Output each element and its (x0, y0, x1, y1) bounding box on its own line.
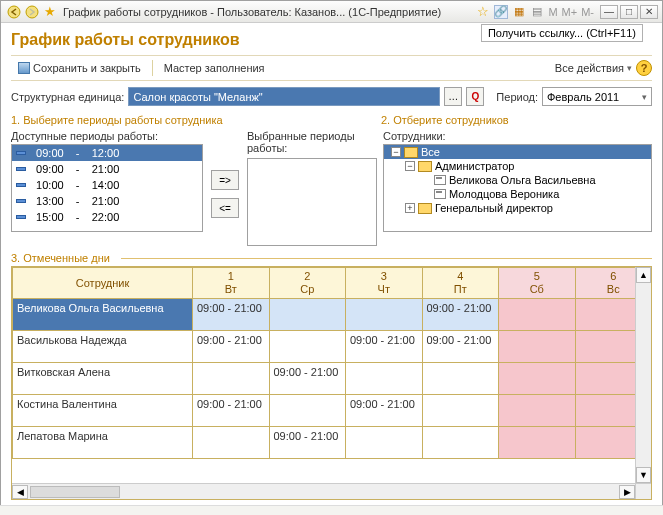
close-button[interactable]: ✕ (640, 5, 658, 19)
scroll-down-icon[interactable]: ▼ (636, 467, 651, 483)
cell-day[interactable] (422, 427, 499, 459)
cell-day[interactable]: 09:00 - 21:00 (422, 299, 499, 331)
cell-day[interactable] (346, 427, 423, 459)
period-row[interactable]: 09:00 - 21:00 (12, 161, 202, 177)
help-button[interactable]: ? (636, 60, 652, 76)
cell-day[interactable] (499, 427, 576, 459)
unit-clear-button[interactable]: Q (466, 87, 484, 106)
period-select[interactable]: Февраль 2011 (542, 87, 652, 106)
period-bar-icon (16, 183, 26, 187)
svg-point-1 (26, 6, 38, 18)
cell-day[interactable]: 09:00 - 21:00 (346, 331, 423, 363)
cell-employee[interactable]: Костина Валентина (13, 395, 193, 427)
nav-back-icon[interactable] (7, 5, 21, 19)
nav-fwd-icon[interactable] (25, 5, 39, 19)
m-plus[interactable]: M+ (562, 6, 578, 18)
scroll-up-icon[interactable]: ▲ (636, 267, 651, 283)
cell-day[interactable] (499, 363, 576, 395)
selected-periods-list[interactable] (247, 158, 377, 246)
cell-employee[interactable]: Лепатова Марина (13, 427, 193, 459)
col-employee[interactable]: Сотрудник (13, 268, 193, 299)
cell-day[interactable]: 09:00 - 21:00 (193, 331, 270, 363)
collapse-icon[interactable]: − (405, 161, 415, 171)
maximize-button[interactable]: □ (620, 5, 638, 19)
add-period-button[interactable]: => (211, 170, 239, 190)
horizontal-scrollbar[interactable]: ◀ ▶ (12, 483, 635, 499)
vertical-scrollbar[interactable]: ▲ ▼ (635, 267, 651, 483)
cell-day[interactable] (422, 363, 499, 395)
structural-unit-input[interactable]: Салон красоты "Меланж" (128, 87, 440, 106)
all-actions-menu[interactable]: Все действия (551, 60, 636, 76)
fill-master-button[interactable]: Мастер заполнения (157, 59, 272, 77)
period-row[interactable]: 10:00 - 14:00 (12, 177, 202, 193)
expand-icon[interactable]: + (405, 203, 415, 213)
tree-row[interactable]: Молодцова Вероника (384, 187, 651, 201)
employees-tree[interactable]: −Все−АдминистраторВеликова Ольга Василье… (383, 144, 652, 232)
link-icon[interactable]: 🔗 (494, 5, 508, 19)
table-row[interactable]: Василькова Надежда09:00 - 21:0009:00 - 2… (13, 331, 636, 363)
cell-day[interactable] (575, 427, 635, 459)
get-link-button[interactable]: Получить ссылку... (Ctrl+F11) (481, 24, 643, 42)
calendar-icon[interactable]: ▤ (530, 5, 544, 19)
cell-employee[interactable]: Василькова Надежда (13, 331, 193, 363)
m-indicator[interactable]: M (548, 6, 557, 18)
col-day[interactable]: 6Вс (575, 268, 635, 299)
tree-row[interactable]: −Администратор (384, 159, 651, 173)
svg-point-0 (8, 6, 20, 18)
cell-day[interactable]: 09:00 - 21:00 (422, 331, 499, 363)
cell-employee[interactable]: Витковская Алена (13, 363, 193, 395)
cell-day[interactable]: 09:00 - 21:00 (346, 395, 423, 427)
col-day[interactable]: 5Сб (499, 268, 576, 299)
period-row[interactable]: 13:00 - 21:00 (12, 193, 202, 209)
available-periods-list[interactable]: 09:00 - 12:00 09:00 - 21:00 10:00 - 14:0… (11, 144, 203, 232)
calc-icon[interactable]: ▦ (512, 5, 526, 19)
cell-day[interactable]: 09:00 - 21:00 (193, 299, 270, 331)
collapse-icon[interactable]: − (391, 147, 401, 157)
unit-choose-button[interactable]: … (444, 87, 462, 106)
cell-day[interactable] (346, 363, 423, 395)
cell-day[interactable] (575, 299, 635, 331)
table-row[interactable]: Витковская Алена09:00 - 21:00 (13, 363, 636, 395)
period-row[interactable]: 09:00 - 12:00 (12, 145, 202, 161)
scroll-thumb[interactable] (30, 486, 120, 498)
bookmark-star-icon[interactable]: ☆ (476, 5, 490, 19)
remove-period-button[interactable]: <= (211, 198, 239, 218)
tree-row[interactable]: −Все (384, 145, 651, 159)
table-row[interactable]: Лепатова Марина09:00 - 21:00 (13, 427, 636, 459)
schedule-table[interactable]: Сотрудник1Вт2Ср3Чт4Пт5Сб6ВсВеликова Ольг… (12, 267, 635, 459)
cell-day[interactable] (575, 363, 635, 395)
cell-day[interactable]: 09:00 - 21:00 (193, 395, 270, 427)
cell-day[interactable]: 09:00 - 21:00 (269, 427, 346, 459)
col-day[interactable]: 3Чт (346, 268, 423, 299)
cell-day[interactable] (269, 331, 346, 363)
cell-day[interactable] (499, 395, 576, 427)
minimize-button[interactable]: — (600, 5, 618, 19)
cell-day[interactable] (193, 427, 270, 459)
cell-day[interactable] (269, 299, 346, 331)
cell-day[interactable] (575, 331, 635, 363)
tree-row[interactable]: +Генеральный директор (384, 201, 651, 215)
tree-row[interactable]: Великова Ольга Васильевна (384, 173, 651, 187)
table-row[interactable]: Костина Валентина09:00 - 21:0009:00 - 21… (13, 395, 636, 427)
favorite-icon[interactable]: ★ (43, 5, 57, 19)
scroll-right-icon[interactable]: ▶ (619, 485, 635, 499)
resize-grip[interactable] (635, 483, 651, 499)
save-and-close-button[interactable]: Сохранить и закрыть (11, 59, 148, 77)
col-day[interactable]: 1Вт (193, 268, 270, 299)
period-row[interactable]: 15:00 - 22:00 (12, 209, 202, 225)
cell-day[interactable] (499, 299, 576, 331)
table-row[interactable]: Великова Ольга Васильевна09:00 - 21:0009… (13, 299, 636, 331)
scroll-left-icon[interactable]: ◀ (12, 485, 28, 499)
cell-day[interactable] (346, 299, 423, 331)
cell-day[interactable] (575, 395, 635, 427)
m-minus[interactable]: M- (581, 6, 594, 18)
cell-day[interactable] (422, 395, 499, 427)
cell-employee[interactable]: Великова Ольга Васильевна (13, 299, 193, 331)
cell-day[interactable] (193, 363, 270, 395)
cell-day[interactable] (499, 331, 576, 363)
col-day[interactable]: 2Ср (269, 268, 346, 299)
cell-day[interactable] (269, 395, 346, 427)
cell-day[interactable]: 09:00 - 21:00 (269, 363, 346, 395)
col-day[interactable]: 4Пт (422, 268, 499, 299)
all-actions-label: Все действия (555, 62, 624, 74)
